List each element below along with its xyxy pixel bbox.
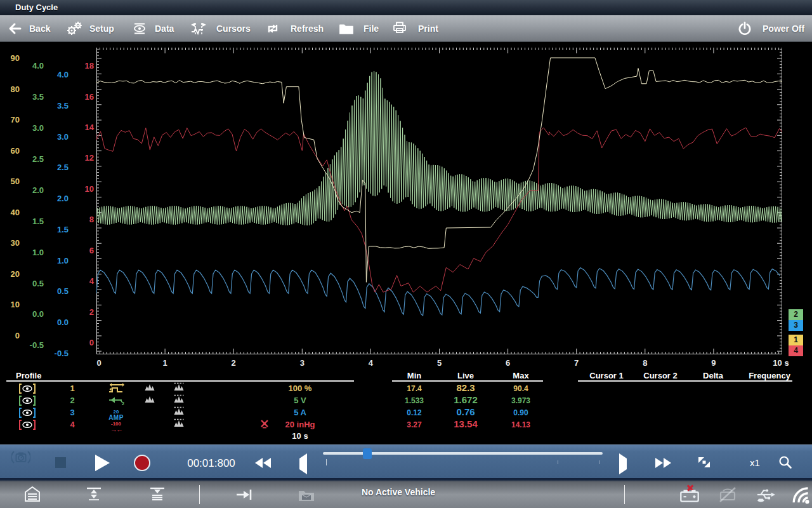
y-axis-label-ch4: 4 [89, 277, 94, 286]
step-forward-button[interactable] [619, 458, 627, 470]
frequency-header: Frequency [749, 371, 790, 380]
toolbar-item-refresh[interactable]: Refresh [265, 15, 324, 42]
toolbar-item-cursors[interactable]: Cursors [190, 15, 251, 42]
status-divider [199, 485, 200, 504]
legend-chip-ch2[interactable]: 2 [789, 309, 803, 320]
collapse-icon[interactable] [148, 486, 166, 504]
live-value: 0.76 [456, 406, 475, 417]
setup-icon [66, 21, 82, 36]
fast-forward-button[interactable] [655, 458, 671, 468]
scope-disabled-icon[interactable] [717, 486, 738, 505]
power-off-button[interactable]: Power Off [738, 15, 804, 42]
y-axis-label-ch1: 80 [11, 85, 20, 94]
channel-row-4: 4 -100 →← 20 inHg3.2713.5414.13 [0, 418, 812, 431]
legend-chip-ch1[interactable]: 1 [789, 335, 803, 345]
toolbar: BackSetupDataCursorsRefreshFilePrint Pow… [0, 15, 812, 42]
x-axis-tick-label: 5 [437, 358, 442, 368]
channel-number: 3 [70, 408, 74, 417]
magnifier-icon[interactable] [778, 455, 793, 472]
y-axis-label-ch4: 12 [85, 154, 94, 163]
min-value: 0.12 [407, 408, 421, 417]
stop-button[interactable] [55, 457, 66, 468]
y-axis-label-ch3: 1.5 [57, 225, 69, 234]
app-screen: Duty Cycle BackSetupDataCursorsRefreshFi… [0, 0, 812, 508]
x-axis-tick-label: 8 [643, 358, 647, 368]
cursor2-header: Cursor 2 [643, 371, 677, 380]
channel-row-1: 1 100 %17.482.390.4 [0, 382, 812, 394]
y-axis-label-ch4: 16 [85, 93, 94, 102]
channel-row-3: 3 20 AMP 5 A0.120.760.90 [0, 406, 812, 418]
profile-header: Profile [16, 371, 41, 380]
toolbar-item-data[interactable]: Data [132, 15, 174, 42]
channel-visibility-eye-icon[interactable] [19, 382, 36, 394]
channel-scale-label: 5 A [294, 408, 306, 417]
rewind-button[interactable] [255, 458, 271, 468]
toolbar-item-print[interactable]: Print [392, 15, 438, 42]
toolbar-item-file[interactable]: File [339, 15, 379, 42]
chart-region: 90807060504030201004.03.53.02.52.01.51.0… [0, 42, 812, 358]
y-axis-label-ch2: 3.5 [32, 93, 44, 102]
seek-tick [558, 460, 558, 464]
y-axis-label-ch1: 30 [11, 239, 20, 248]
waveform-scale-icon[interactable] [174, 406, 185, 418]
y-axis-label-ch1: 70 [11, 116, 20, 124]
seek-tick [599, 460, 599, 464]
channel-visibility-eye-icon[interactable] [19, 394, 36, 406]
x-axis-tick-label: 3 [300, 358, 304, 368]
page-title: Duty Cycle [15, 3, 58, 12]
seek-handle[interactable] [363, 448, 372, 459]
measurement-table: Profile Min Live Max Cursor 1 Cursor 2 D… [0, 370, 812, 444]
cursor-rule [578, 380, 792, 382]
print-icon [392, 22, 407, 36]
toolbar-item-setup[interactable]: Setup [66, 15, 114, 42]
back-icon [6, 22, 23, 36]
svg-text:2: 2 [122, 401, 124, 406]
expand-vertical-icon[interactable] [85, 486, 103, 504]
channel-number: 2 [70, 396, 74, 405]
max-header: Max [513, 371, 528, 380]
channel-number: 4 [70, 420, 74, 429]
y-axis-label-ch3: 0.0 [57, 318, 69, 327]
toolbar-item-back[interactable]: Back [6, 15, 50, 42]
trigger-off-icon[interactable] [259, 418, 270, 431]
usb-icon[interactable] [755, 486, 778, 505]
battery-disconnected-icon[interactable] [678, 484, 702, 507]
x-axis-tick-label: 1 [162, 358, 167, 368]
y-axis-label-ch1: 10 [11, 300, 20, 309]
toolbar-label-file: File [363, 23, 379, 34]
saved-data-folder-icon[interactable] [297, 488, 316, 505]
waveform-style-icon[interactable] [145, 394, 155, 406]
snapshot-camera-icon[interactable] [11, 449, 30, 468]
channel-visibility-eye-icon[interactable] [19, 418, 36, 431]
wifi-icon[interactable] [787, 484, 811, 508]
legend-chip-ch4[interactable]: 4 [789, 345, 803, 356]
probe-type-icon[interactable]: 20 AMP [108, 406, 124, 420]
y-axis-label-ch1: 20 [11, 270, 20, 279]
y-axis-label-ch2: 4.0 [32, 62, 44, 70]
channel-scale-label: 20 inHg [285, 420, 315, 429]
legend-chip-ch3[interactable]: 3 [789, 320, 803, 331]
waveform-scale-icon[interactable] [174, 394, 185, 406]
channel-visibility-eye-icon[interactable] [19, 406, 36, 418]
record-button[interactable] [134, 455, 150, 471]
play-button[interactable] [95, 455, 110, 471]
waveform-scale-icon[interactable] [174, 418, 185, 430]
y-axis-label-ch2: 2.5 [32, 155, 44, 164]
y-axis-label-ch1: 0 [15, 331, 20, 340]
y-axis-label-ch1: 50 [11, 177, 20, 186]
waveform-scale-icon[interactable] [174, 382, 185, 394]
seek-tick [326, 459, 327, 465]
y-axis-label-ch4: 10 [85, 185, 94, 194]
home-icon[interactable] [23, 485, 42, 507]
step-back-button[interactable] [299, 458, 307, 470]
max-value: 90.4 [513, 384, 528, 393]
fit-view-button[interactable] [697, 455, 712, 472]
probe-type-icon[interactable]: -100 →← [110, 418, 122, 432]
x-axis-tick-label: 7 [574, 358, 579, 368]
exit-arrow-icon[interactable] [235, 488, 254, 504]
x-axis-tick-label: 0 [96, 358, 101, 368]
channel-row-2: 2 2 5 V1.5331.6723.973 [0, 394, 812, 406]
waveform-plot[interactable] [96, 48, 782, 354]
live-header: Live [457, 371, 474, 380]
waveform-style-icon[interactable] [145, 382, 155, 394]
